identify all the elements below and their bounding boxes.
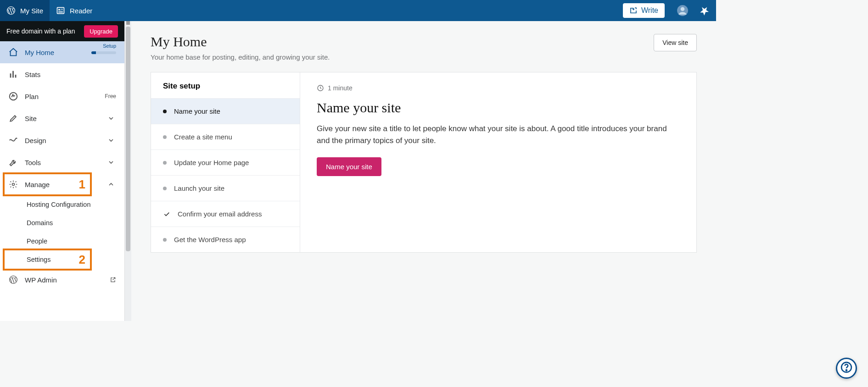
scrollbar[interactable]	[125, 21, 131, 321]
svg-rect-2	[58, 9, 60, 11]
detail-title: Name your site	[317, 100, 680, 116]
setup-item-label: Name your site	[174, 107, 220, 115]
sidebar-item-wp-admin[interactable]: WP Admin	[0, 269, 124, 291]
sidebar-label: People	[27, 238, 116, 245]
setup-item-confirm-email[interactable]: Confirm your email address	[151, 201, 300, 227]
scrollbar-thumb[interactable]	[126, 27, 130, 251]
setup-item-label: Launch your site	[174, 184, 224, 192]
svg-rect-5	[61, 9, 63, 10]
plan-icon	[8, 91, 18, 101]
wrench-icon	[8, 157, 18, 167]
masterbar-my-site[interactable]: My Site	[0, 0, 50, 21]
sidebar-label: Domains	[27, 219, 116, 227]
notification-icon	[700, 6, 710, 16]
svg-rect-8	[10, 73, 11, 77]
write-icon	[629, 6, 638, 15]
bullet-icon	[163, 187, 167, 190]
name-your-site-button[interactable]: Name your site	[317, 157, 381, 176]
page-title: My Home	[151, 34, 330, 50]
masterbar-profile[interactable]	[672, 0, 693, 21]
svg-point-12	[12, 183, 15, 186]
sidebar-item-people[interactable]: People	[0, 232, 124, 250]
sidebar-label: Site	[25, 115, 100, 122]
setup-item-launch-site[interactable]: Launch your site	[151, 175, 300, 201]
view-site-button[interactable]: View site	[654, 34, 697, 51]
bullet-icon	[163, 110, 167, 113]
sidebar-item-my-home[interactable]: My Home Setup	[0, 41, 124, 63]
sidebar-item-site[interactable]: Site	[0, 107, 124, 129]
masterbar-my-site-label: My Site	[20, 7, 43, 15]
setup-item-name-your-site[interactable]: Name your site	[151, 98, 300, 124]
setup-item-label: Confirm your email address	[178, 210, 262, 218]
bullet-icon	[163, 161, 167, 165]
time-estimate-label: 1 minute	[328, 84, 353, 92]
sidebar: Free domain with a plan Upgrade My Home …	[0, 21, 125, 321]
sidebar-label: Settings	[27, 256, 116, 263]
write-button-label: Write	[641, 6, 658, 15]
promo-text: Free domain with a plan	[6, 28, 75, 35]
promo-bar: Free domain with a plan Upgrade	[0, 21, 124, 41]
svg-rect-1	[57, 7, 64, 13]
masterbar: My Site Reader Write	[0, 0, 716, 21]
upgrade-button[interactable]: Upgrade	[84, 25, 118, 38]
check-icon	[163, 210, 170, 218]
pencil-icon	[8, 113, 18, 123]
main-content: My Home Your home base for posting, edit…	[131, 21, 716, 321]
svg-rect-10	[15, 75, 17, 77]
stats-icon	[8, 69, 18, 79]
sidebar-label: Stats	[25, 71, 116, 78]
bullet-icon	[163, 135, 167, 139]
setup-progress	[91, 51, 116, 54]
svg-rect-4	[58, 12, 63, 12]
chevron-up-icon	[106, 179, 116, 189]
home-icon	[8, 47, 18, 57]
sidebar-label: WP Admin	[25, 276, 103, 284]
page-subtitle: Your home base for posting, editing, and…	[151, 53, 330, 61]
svg-rect-3	[58, 11, 63, 11]
avatar-icon	[677, 5, 689, 17]
svg-point-7	[681, 7, 685, 11]
sidebar-item-stats[interactable]: Stats	[0, 63, 124, 85]
masterbar-reader[interactable]: Reader	[50, 0, 99, 21]
clock-icon	[317, 84, 324, 92]
sidebar-item-domains[interactable]: Domains	[0, 214, 124, 232]
sidebar-item-plan[interactable]: Plan Free	[0, 85, 124, 107]
masterbar-reader-label: Reader	[70, 7, 92, 15]
external-link-icon	[110, 276, 116, 283]
reader-icon	[56, 6, 65, 15]
setup-chip: Setup	[103, 43, 116, 49]
sidebar-item-hosting-configuration[interactable]: Hosting Configuration	[0, 195, 124, 214]
setup-title: Site setup	[151, 72, 300, 98]
plan-meta: Free	[105, 93, 116, 100]
setup-item-label: Create a site menu	[174, 133, 232, 141]
setup-item-get-app[interactable]: Get the WordPress app	[151, 227, 300, 252]
setup-item-label: Get the WordPress app	[174, 236, 246, 243]
wordpress-logo-icon	[8, 275, 18, 285]
bullet-icon	[163, 238, 167, 242]
masterbar-notifications[interactable]	[693, 0, 716, 21]
setup-item-create-site-menu[interactable]: Create a site menu	[151, 124, 300, 149]
page-header: My Home Your home base for posting, edit…	[151, 34, 697, 61]
design-icon	[8, 135, 18, 145]
sidebar-label: Manage	[25, 181, 100, 188]
sidebar-item-manage[interactable]: Manage	[0, 173, 124, 195]
detail-description: Give your new site a title to let people…	[317, 123, 680, 147]
sidebar-label: Tools	[25, 159, 100, 166]
setup-item-label: Update your Home page	[174, 159, 249, 166]
sidebar-item-tools[interactable]: Tools	[0, 151, 124, 173]
sidebar-label: Hosting Configuration	[27, 201, 116, 208]
time-estimate: 1 minute	[317, 84, 680, 92]
sidebar-label: Plan	[25, 93, 98, 100]
write-button[interactable]: Write	[623, 3, 665, 18]
sidebar-item-design[interactable]: Design	[0, 129, 124, 151]
sidebar-item-settings[interactable]: Settings	[0, 250, 124, 269]
setup-item-update-home-page[interactable]: Update your Home page	[151, 149, 300, 175]
setup-checklist: Site setup Name your site Create a site …	[151, 72, 300, 252]
setup-card: Site setup Name your site Create a site …	[151, 72, 697, 253]
sidebar-label: Design	[25, 137, 100, 144]
chevron-down-icon	[106, 113, 116, 123]
gear-icon	[8, 179, 18, 189]
chevron-down-icon	[106, 157, 116, 167]
chevron-down-icon	[106, 135, 116, 145]
svg-rect-9	[12, 71, 14, 78]
